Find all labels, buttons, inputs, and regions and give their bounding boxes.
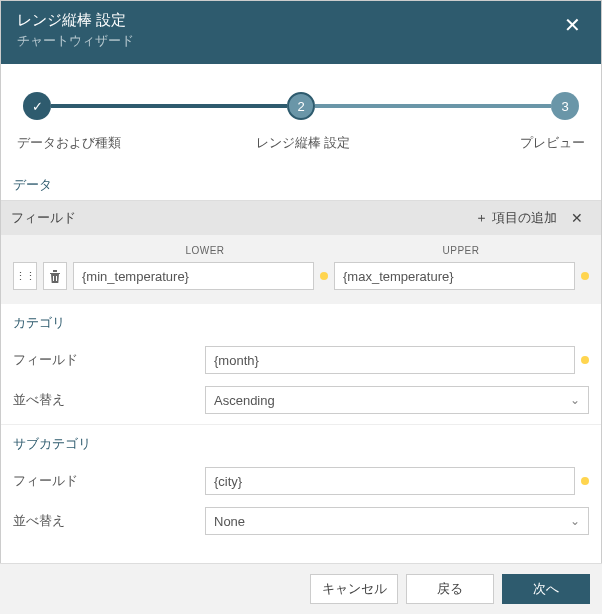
section-data-title: データ	[1, 170, 601, 201]
dialog-title: レンジ縦棒 設定	[17, 11, 134, 30]
subcategory-sort-label: 並べ替え	[13, 512, 205, 530]
section-subcategory-title: サブカテゴリ	[13, 435, 589, 461]
fields-label: フィールド	[11, 209, 469, 227]
wizard-stepper: 2 3	[1, 64, 601, 130]
select-value: Ascending	[214, 393, 275, 408]
close-button[interactable]: ✕	[560, 11, 585, 39]
next-button[interactable]: 次へ	[502, 574, 590, 604]
trash-icon	[49, 270, 61, 283]
status-dot-icon	[581, 356, 589, 364]
category-sort-select[interactable]: Ascending ⌄	[205, 386, 589, 414]
dialog-header: レンジ縦棒 設定 チャートウィザード ✕	[1, 1, 601, 64]
subcategory-sort-select[interactable]: None ⌄	[205, 507, 589, 535]
stepper-bar	[51, 104, 287, 108]
field-row: ⋮⋮	[13, 262, 589, 290]
category-field-input[interactable]	[205, 346, 575, 374]
select-value: None	[214, 514, 245, 529]
column-lower-header: LOWER	[77, 245, 333, 256]
dialog-footer: キャンセル 戻る 次へ	[0, 563, 602, 614]
step-3[interactable]: 3	[551, 92, 579, 120]
dialog-subtitle: チャートウィザード	[17, 32, 134, 50]
back-button[interactable]: 戻る	[406, 574, 494, 604]
upper-field-input[interactable]	[334, 262, 575, 290]
subcategory-field-label: フィールド	[13, 472, 205, 490]
add-item-label: 項目の追加	[492, 209, 557, 227]
step-1[interactable]	[23, 92, 51, 120]
delete-row-button[interactable]	[43, 262, 67, 290]
status-dot-icon	[320, 272, 328, 280]
collapse-button[interactable]: ✕	[563, 208, 591, 228]
chevron-down-icon: ⌄	[570, 514, 580, 528]
fields-header: フィールド ＋ 項目の追加 ✕	[1, 201, 601, 235]
status-dot-icon	[581, 272, 589, 280]
column-upper-header: UPPER	[333, 245, 589, 256]
step-labels: データおよび種類 レンジ縦棒 設定 プレビュー	[1, 130, 601, 170]
cancel-button[interactable]: キャンセル	[310, 574, 398, 604]
step-3-label: プレビュー	[485, 134, 585, 152]
step-1-label: データおよび種類	[17, 134, 121, 152]
step-2-label: レンジ縦棒 設定	[121, 134, 485, 152]
category-section: カテゴリ フィールド 並べ替え Ascending ⌄	[1, 304, 601, 425]
drag-handle-icon[interactable]: ⋮⋮	[13, 262, 37, 290]
chevron-down-icon: ⌄	[570, 393, 580, 407]
add-item-button[interactable]: ＋ 項目の追加	[469, 207, 563, 229]
status-dot-icon	[581, 477, 589, 485]
plus-icon: ＋	[475, 209, 488, 227]
category-sort-label: 並べ替え	[13, 391, 205, 409]
lower-field-input[interactable]	[73, 262, 314, 290]
fields-body: LOWER UPPER ⋮⋮	[1, 235, 601, 304]
subcategory-field-input[interactable]	[205, 467, 575, 495]
section-category-title: カテゴリ	[13, 314, 589, 340]
check-icon	[32, 99, 43, 114]
subcategory-section: サブカテゴリ フィールド 並べ替え None ⌄	[1, 425, 601, 545]
step-2[interactable]: 2	[287, 92, 315, 120]
category-field-label: フィールド	[13, 351, 205, 369]
stepper-bar	[315, 104, 551, 108]
